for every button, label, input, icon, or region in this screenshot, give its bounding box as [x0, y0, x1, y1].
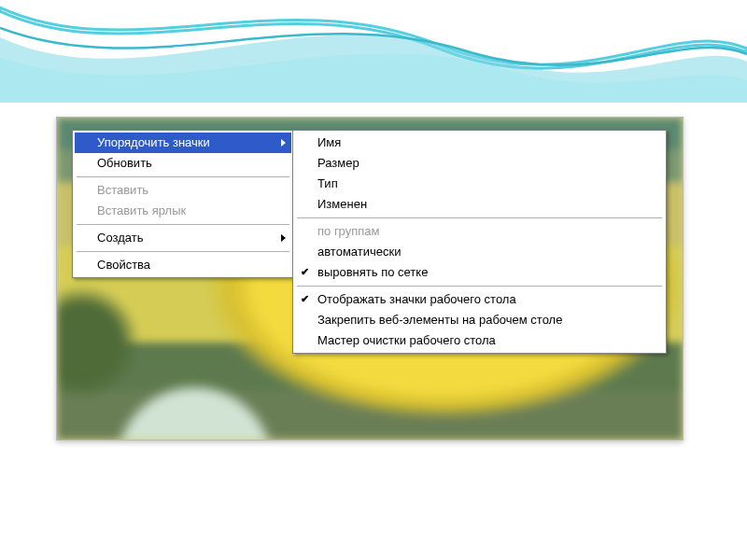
submenu-item-show-desktop-icons[interactable]: ✔ Отображать значки рабочего стола [295, 289, 664, 310]
submenu-item-name[interactable]: Имя [295, 133, 664, 153]
menu-item-paste: Вставить [75, 180, 291, 201]
menu-separator [77, 224, 289, 225]
menu-item-properties[interactable]: Свойства [75, 255, 291, 275]
menu-item-label: Обновить [97, 153, 152, 174]
menu-item-paste-shortcut: Вставить ярлык [75, 201, 291, 221]
header-waves [0, 0, 747, 103]
menu-item-label: Размер [317, 153, 359, 174]
submenu-item-modified[interactable]: Изменен [295, 194, 664, 215]
submenu-item-cleanup-wizard[interactable]: Мастер очистки рабочего стола [295, 330, 664, 351]
menu-item-label: Свойства [97, 255, 150, 275]
menu-item-label: Упорядочить значки [97, 133, 210, 153]
screenshot-panel: Упорядочить значки Обновить Вставить Вст… [56, 117, 684, 441]
submenu-item-size[interactable]: Размер [295, 153, 664, 174]
menu-item-create[interactable]: Создать [75, 228, 291, 248]
submenu-arrow-icon [281, 139, 286, 147]
menu-item-arrange-icons[interactable]: Упорядочить значки [75, 133, 291, 153]
check-icon: ✔ [301, 261, 309, 282]
menu-item-label: по группам [317, 221, 379, 242]
submenu-arrow-icon [281, 234, 286, 242]
menu-item-label: Имя [317, 133, 341, 153]
arrange-icons-submenu: Имя Размер Тип Изменен по группам автома… [292, 130, 667, 354]
menu-item-label: Мастер очистки рабочего стола [317, 330, 496, 351]
menu-item-label: Тип [317, 174, 338, 194]
submenu-item-lock-web-items[interactable]: Закрепить веб-элементы на рабочем столе [295, 310, 664, 330]
menu-item-refresh[interactable]: Обновить [75, 153, 291, 174]
menu-separator [77, 251, 289, 252]
desktop-context-menu: Упорядочить значки Обновить Вставить Вст… [72, 130, 294, 278]
menu-item-label: Вставить [97, 180, 148, 201]
submenu-item-auto[interactable]: автоматически [295, 242, 664, 262]
submenu-item-align-grid[interactable]: ✔ выровнять по сетке [295, 262, 664, 283]
submenu-item-by-groups: по группам [295, 221, 664, 242]
menu-item-label: Закрепить веб-элементы на рабочем столе [317, 310, 562, 330]
submenu-item-type[interactable]: Тип [295, 174, 664, 194]
menu-separator [77, 176, 289, 177]
menu-item-label: Вставить ярлык [97, 201, 186, 221]
menu-item-label: Изменен [317, 194, 367, 215]
check-icon: ✔ [301, 288, 309, 309]
menu-item-label: Создать [97, 228, 143, 248]
menu-separator [297, 286, 662, 287]
menu-separator [297, 217, 662, 218]
menu-item-label: Отображать значки рабочего стола [317, 289, 516, 310]
menu-item-label: выровнять по сетке [317, 262, 428, 283]
menu-item-label: автоматически [317, 242, 401, 262]
